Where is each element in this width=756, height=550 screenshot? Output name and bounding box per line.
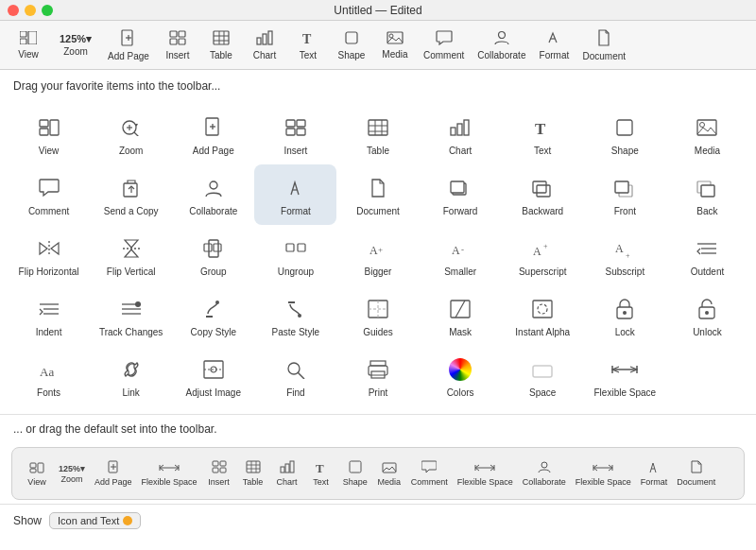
grid-back[interactable]: Back (666, 164, 748, 225)
grid-insert[interactable]: Insert (254, 104, 336, 164)
grid-bigger[interactable]: A+ Bigger (336, 225, 419, 285)
grid-lock[interactable]: Lock (584, 285, 666, 346)
svg-line-100 (455, 301, 465, 318)
toolbar-collaborate[interactable]: Collaborate (472, 25, 531, 66)
dt-flexspace2[interactable]: Flexible Space (453, 459, 518, 489)
grid-ungroup[interactable]: Ungroup (254, 225, 336, 285)
dt-view[interactable]: View (20, 459, 54, 489)
grid-shape[interactable]: Shape (584, 104, 666, 164)
dt-text-label: Text (313, 477, 329, 487)
svg-rect-8 (170, 39, 177, 44)
grid-comment[interactable]: Comment (8, 164, 90, 225)
grid-backward[interactable]: Backward (502, 164, 584, 225)
toolbar-addpage[interactable]: Add Page (102, 25, 155, 66)
grid-table[interactable]: Table (336, 104, 419, 164)
dt-addpage[interactable]: Add Page (90, 458, 137, 489)
svg-rect-130 (220, 461, 226, 466)
dt-document[interactable]: Document (672, 458, 720, 489)
dt-comment[interactable]: Comment (406, 458, 453, 489)
grid-unlock[interactable]: Unlock (666, 285, 748, 346)
zoom-icon: 125%▾ (60, 33, 92, 45)
grid-smaller[interactable]: A- Smaller (420, 225, 502, 285)
grid-guides[interactable]: Guides (336, 285, 419, 346)
grid-sendcopy[interactable]: Send a Copy (90, 164, 172, 225)
grid-flipv[interactable]: Flip Vertical (90, 225, 172, 285)
dt-shape[interactable]: Shape (338, 458, 372, 489)
grid-document[interactable]: Document (336, 164, 419, 225)
dt-zoom[interactable]: 125%▾ Zoom (54, 462, 90, 486)
dt-format[interactable]: Format (636, 458, 673, 489)
toolbar-insert[interactable]: Insert (157, 25, 198, 66)
svg-rect-69 (204, 244, 212, 251)
grid-colors[interactable]: Colors (420, 346, 502, 406)
grid-zoom[interactable]: ▾ Zoom (90, 104, 172, 164)
grid-subscript[interactable]: A+ Subscript (584, 225, 666, 285)
toolbar-shape[interactable]: Shape (331, 25, 372, 66)
grid-media[interactable]: Media (666, 104, 748, 164)
svg-rect-17 (268, 31, 272, 44)
grid-space[interactable]: Space (502, 346, 584, 406)
toolbar-text[interactable]: T Text (287, 25, 329, 66)
grid-view[interactable]: View (8, 104, 90, 164)
dt-table-icon (246, 460, 261, 476)
dt-text[interactable]: T Text (304, 458, 338, 489)
svg-rect-116 (533, 366, 552, 377)
minimize-button[interactable] (25, 5, 36, 16)
zoom-button[interactable] (42, 5, 53, 16)
grid-adjustimage[interactable]: Adjust Image (172, 346, 254, 406)
grid-indent[interactable]: Indent (8, 285, 90, 346)
svg-text:A: A (369, 244, 378, 257)
grid-fliph[interactable]: Flip Horizontal (8, 225, 90, 285)
toolbar-media[interactable]: Media (374, 25, 416, 66)
toolbar-zoom[interactable]: 125%▾ Zoom (51, 25, 100, 66)
grid-copystyle[interactable]: Copy Style (172, 285, 254, 346)
grid-trackchanges[interactable]: Track Changes (90, 285, 172, 346)
grid-print[interactable]: Print (336, 346, 419, 406)
grid-link[interactable]: Link (90, 346, 172, 406)
dt-chart[interactable]: Chart (270, 458, 304, 489)
grid-superscript[interactable]: A+ Superscript (502, 225, 584, 285)
toolbar-table-label: Table (210, 50, 232, 60)
dt-media[interactable]: Media (372, 459, 406, 489)
svg-rect-60 (615, 181, 628, 193)
toolbar-chart-label: Chart (253, 50, 276, 60)
toolbar-document[interactable]: Document (576, 25, 631, 66)
grid-pastestyle[interactable]: Paste Style (254, 285, 336, 346)
show-value-selector[interactable]: Icon and Text (49, 512, 141, 529)
grid-chart[interactable]: Chart (420, 104, 502, 164)
grid-group[interactable]: Group (172, 225, 254, 285)
toolbar-format[interactable]: Format (533, 25, 575, 66)
svg-rect-70 (214, 244, 221, 251)
grid-flexspace[interactable]: Flexible Space (584, 346, 666, 406)
outdent-label: Outdent (691, 266, 725, 278)
svg-rect-73 (298, 244, 305, 251)
dt-table[interactable]: Table (236, 458, 270, 489)
toolbar-comment[interactable]: Comment (418, 25, 470, 66)
dt-flexspace3[interactable]: Flexible Space (571, 459, 636, 489)
grid-find[interactable]: Find (254, 346, 336, 406)
grid-fonts[interactable]: Aa Fonts (8, 346, 90, 406)
svg-rect-139 (285, 464, 289, 473)
grid-instantalpha[interactable]: Instant Alpha (502, 285, 584, 346)
svg-rect-48 (617, 120, 632, 135)
grid-mask[interactable]: Mask (420, 285, 502, 346)
toolbar-view[interactable]: View (8, 25, 49, 66)
dt-flexspace1[interactable]: Flexible Space (137, 459, 202, 489)
grid-forward[interactable]: Forward (420, 164, 502, 225)
pastestyle-grid-icon (281, 294, 311, 324)
toolbar-chart[interactable]: Chart (244, 25, 285, 66)
svg-marker-67 (125, 240, 138, 248)
grid-outdent[interactable]: Outdent (666, 225, 748, 285)
instantalpha-grid-icon (527, 294, 558, 324)
close-button[interactable] (8, 5, 19, 16)
grid-format[interactable]: Format (254, 164, 336, 225)
dt-insert[interactable]: Insert (202, 458, 236, 489)
dt-collaborate[interactable]: Collaborate (518, 458, 571, 489)
copystyle-label: Copy Style (191, 327, 236, 338)
grid-front[interactable]: Front (584, 164, 666, 225)
toolbar-table[interactable]: Table (200, 25, 242, 66)
grid-text[interactable]: T Text (502, 104, 584, 164)
grid-addpage[interactable]: Add Page (172, 104, 254, 164)
svg-rect-20 (387, 32, 403, 43)
grid-collaborate[interactable]: Collaborate (172, 164, 254, 225)
